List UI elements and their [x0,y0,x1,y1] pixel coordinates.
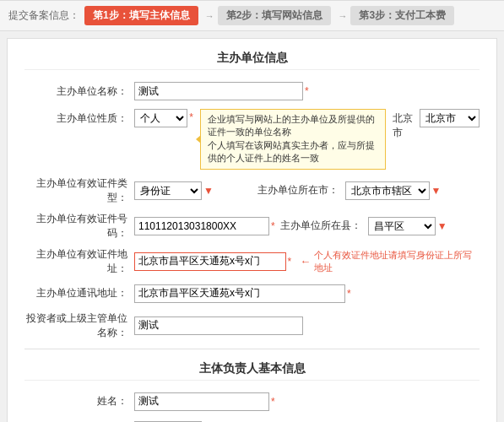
city-label-right: 北京市 [393,109,416,140]
unit-name-input[interactable] [134,82,303,100]
person-section-title: 主体负责人基本信息 [24,358,480,381]
cert-type-select[interactable]: 身份证 [134,181,202,200]
step-arrow-1: → [205,11,214,21]
person-name-label: 姓名： [24,394,134,408]
cert-addr-row: 主办单位有效证件地址： * 个人有效证件地址请填写身份证上所写地址 [24,247,480,276]
cert-addr-input[interactable] [134,252,286,271]
unit-nature-tooltip: 企业填写与网站上的主办单位及所提供的证件一致的单位名称 个人填写在该网站真实主办… [200,109,386,170]
step1-badge[interactable]: 第1步：填写主体信息 [84,6,198,25]
parent-unit-row: 投资者或上级主管单位名称： [24,311,480,340]
person-name-input[interactable] [134,392,269,411]
cert-type-required: ▼ [203,185,214,197]
cert-type-label: 主办单位有效证件类型： [24,176,134,205]
step3-badge[interactable]: 第3步：支付工本费 [350,6,454,25]
person-cert-type-row: 有效证件类型： 身份证 ▼ [24,419,480,422]
main-unit-section-title: 主办单位信息 [24,47,480,70]
comm-addr-row: 主办单位通讯地址： * [24,283,480,305]
comm-addr-label: 主办单位通讯地址： [24,286,134,300]
parent-unit-input[interactable] [134,316,303,335]
cert-addr-label: 主办单位有效证件地址： [24,247,134,276]
cert-no-input[interactable] [134,217,269,235]
step-arrow-2: → [338,11,347,21]
unit-nature-select[interactable]: 个人 [134,109,187,127]
city-district-label: 主办单位所在县： [275,219,368,233]
city-province-label: 主办单位所在市： [252,183,345,197]
comm-addr-input[interactable] [134,284,345,303]
cert-type-city-row: 主办单位有效证件类型： 身份证 ▼ 主办单位所在市： 北京市市辖区 ▼ [24,176,480,205]
unit-name-label: 主办单位名称： [24,84,134,99]
cert-no-district-row: 主办单位有效证件号码： * 主办单位所在县： 昌平区 ▼ [24,212,480,241]
unit-name-required: * [305,85,309,97]
city-province-select[interactable]: 北京市市辖区 [345,181,430,200]
breadcrumb-label: 提交备案信息： [8,8,79,23]
cert-addr-annotation: 个人有效证件地址请填写身份证上所写地址 [300,249,480,274]
cert-addr-required: * [288,256,292,268]
unit-nature-label: 主办单位性质： [24,109,134,126]
section-separator [24,349,480,349]
unit-nature-required: * [189,109,193,123]
comm-addr-required: * [347,288,351,300]
step2-badge[interactable]: 第2步：填写网站信息 [218,6,332,25]
parent-unit-label: 投资者或上级主管单位名称： [24,311,134,340]
city-district-select[interactable]: 昌平区 [368,217,436,235]
person-name-row: 姓名： * [24,391,480,413]
city-select[interactable]: 北京市 [420,109,480,127]
cert-no-label: 主办单位有效证件号码： [24,212,134,241]
unit-nature-row: 主办单位性质： 个人 * 企业填写与网站上的主办单位及所提供的证件一致的单位名称… [24,109,480,170]
unit-name-row: 主办单位名称： * [24,80,480,102]
person-name-required: * [271,396,275,408]
